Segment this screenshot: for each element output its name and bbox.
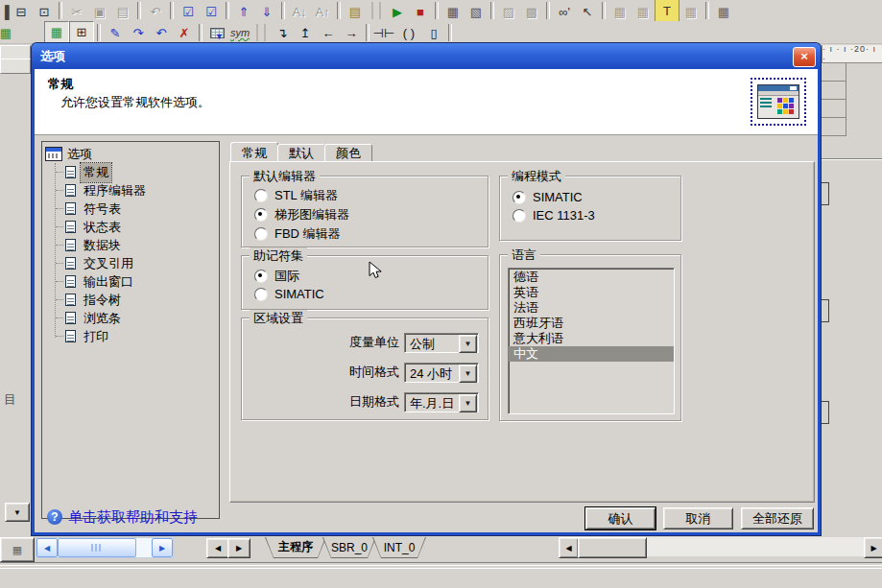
tree-item-6[interactable]: 输出窗口 — [42, 272, 219, 291]
radio-ladder-editor[interactable]: 梯形图编辑器 — [254, 206, 349, 223]
options-tree-items: 常规程序编辑器符号表状态表数据块交叉引用输出窗口指令树浏览条打印 — [42, 163, 219, 345]
close-button[interactable]: × — [793, 47, 816, 67]
upload-button[interactable]: ⇑ — [232, 0, 255, 21]
language-list[interactable]: 德语英语法语西班牙语意大利语中文 — [508, 268, 675, 414]
radio-stl-editor[interactable]: STL 编辑器 — [254, 187, 338, 204]
editor-ruler: · ı · ı ·20· ı · — [822, 45, 882, 63]
toolbar-separator — [170, 2, 174, 19]
tree-item-1[interactable]: 程序编辑器 — [42, 181, 219, 200]
group-mnemonic-set: 助记符集 国际 SIMATIC — [241, 255, 489, 310]
sort-ascending-button: A↓ — [288, 0, 311, 21]
editor-tab-int0[interactable]: INT_0 — [372, 537, 426, 558]
tab-color[interactable]: 颜色 — [324, 144, 372, 162]
print-button[interactable]: ⊟ — [10, 0, 33, 21]
contact-button[interactable]: ⊣⊢ — [372, 23, 395, 43]
cancel-button[interactable]: 取消 — [663, 507, 733, 529]
table-view-button[interactable]: ⊞ — [69, 21, 94, 43]
stop-button[interactable]: ■ — [409, 0, 432, 21]
symbolic-addressing-button[interactable]: sym — [228, 23, 251, 43]
language-option[interactable]: 德语 — [509, 270, 674, 285]
ladder-view-button[interactable]: ▦ — [44, 21, 69, 43]
coil-button[interactable]: ( ) — [395, 23, 422, 43]
tree-item-9[interactable]: 打印 — [42, 327, 219, 345]
compile-all-button[interactable]: ☑ — [200, 0, 223, 21]
tab-default[interactable]: 默认 — [277, 144, 325, 162]
help-link[interactable]: 单击获取帮助和支持 — [68, 508, 198, 527]
network-grid-button[interactable]: ▦ — [712, 0, 735, 21]
date-format-combobox[interactable]: 年.月.日 ▼ — [404, 392, 479, 412]
paste-button: ▤ — [111, 0, 134, 21]
tree-item-5[interactable]: 交叉引用 — [42, 254, 219, 272]
partial-toolbar-icon[interactable]: ▐ — [0, 0, 10, 21]
tree-item-8[interactable]: 浏览条 — [42, 309, 219, 327]
tab-scroll-left-button[interactable]: ◀ — [206, 538, 229, 558]
language-option[interactable]: 西班牙语 — [509, 316, 674, 331]
radio-fbd-editor[interactable]: FBD 编辑器 — [254, 225, 341, 243]
scroll-right-button[interactable]: ▶ — [152, 538, 173, 557]
time-format-combobox[interactable]: 24 小时 ▼ — [404, 363, 479, 383]
bookmark-t-button[interactable]: T — [655, 0, 679, 21]
radio-international[interactable]: 国际 — [254, 268, 299, 285]
confirm-button[interactable]: 确认 — [585, 507, 656, 529]
toolbar-grip — [371, 2, 381, 19]
compile-button[interactable]: ☑ — [177, 0, 200, 21]
options-page-icon — [751, 78, 806, 126]
insert-network-button[interactable]: ✎ — [104, 23, 127, 43]
editor-hscrollbar-thumb[interactable] — [578, 537, 647, 558]
line-right-button[interactable]: → — [340, 23, 363, 43]
tree-connector — [56, 281, 63, 282]
help-icon[interactable]: ? — [47, 509, 62, 525]
combo-dropdown-button[interactable]: ▼ — [459, 335, 477, 353]
tree-root[interactable]: 选项 — [42, 142, 219, 163]
tree-item-2[interactable]: 符号表 — [42, 200, 219, 218]
radio-iec-mode[interactable]: IEC 1131-3 — [513, 208, 595, 223]
language-option[interactable]: 法语 — [509, 300, 674, 316]
left-bar-scroll-down-button[interactable]: ▼ — [5, 503, 30, 522]
tab-general[interactable]: 常规 — [230, 142, 278, 162]
scroll-left-button[interactable]: ◀ — [36, 538, 58, 557]
radio-icon — [513, 191, 526, 204]
language-option[interactable]: 中文 — [509, 346, 674, 362]
glasses-monitor-button[interactable]: ∞' — [553, 0, 576, 21]
radio-simatic-mode[interactable]: SIMATIC — [513, 190, 583, 204]
combo-dropdown-button[interactable]: ▼ — [459, 365, 477, 383]
tree-item-label: 交叉引用 — [81, 254, 136, 273]
toolbar-separator — [546, 2, 550, 19]
tree-item-7[interactable]: 指令树 — [42, 291, 219, 309]
editor-tab-main[interactable]: 主程序 — [265, 537, 326, 558]
address-grid-button[interactable]: ▼ — [205, 23, 228, 43]
delete-row-button[interactable]: ↶ — [150, 23, 173, 43]
pointer-select-button[interactable]: ↖ — [576, 0, 599, 21]
line-up-button[interactable]: ↥ — [294, 23, 317, 43]
partial-green-grid-icon[interactable]: ▦ — [0, 23, 12, 43]
horizontal-scrollbar-thumb[interactable] — [58, 538, 136, 557]
editor-scroll-left-button[interactable]: ◀ — [559, 537, 579, 558]
combo-dropdown-button[interactable]: ▼ — [459, 394, 477, 412]
tree-item-label: 状态表 — [81, 218, 124, 237]
download-button[interactable]: ⇓ — [255, 0, 278, 21]
tree-item-3[interactable]: 状态表 — [42, 218, 219, 236]
radio-simatic-mnemonic[interactable]: SIMATIC — [254, 287, 324, 301]
dialog-titlebar[interactable]: 选项 × — [32, 43, 821, 69]
editor-scroll-right-button[interactable]: ▶ — [864, 537, 882, 558]
insert-row-button[interactable]: ↷ — [127, 23, 150, 43]
language-option[interactable]: 意大利语 — [509, 331, 674, 346]
program-status-button[interactable]: ▦ — [441, 0, 465, 21]
options-clipboard-button[interactable]: ▤ — [344, 0, 367, 21]
tab-scroll-right-button[interactable]: ▶ — [227, 538, 250, 558]
chart-status-button[interactable]: ▧ — [465, 0, 488, 21]
run-button[interactable]: ▶ — [386, 0, 409, 21]
units-combobox[interactable]: 公制 ▼ — [404, 333, 479, 353]
box-instruction-button[interactable]: ▯ — [422, 23, 445, 43]
tree-item-4[interactable]: 数据块 — [42, 236, 219, 254]
bottom-corner-button[interactable]: ▦ — [0, 537, 35, 562]
language-option[interactable]: 英语 — [509, 285, 674, 300]
editor-tab-sbr0[interactable]: SBR_0 — [322, 537, 376, 558]
delete-network-button[interactable]: ✗ — [173, 23, 196, 43]
line-left-button[interactable]: ← — [317, 23, 340, 43]
radio-icon — [254, 270, 268, 283]
tree-item-0[interactable]: 常规 — [42, 163, 219, 181]
line-down-button[interactable]: ↴ — [271, 23, 294, 43]
restore-all-button[interactable]: 全部还原 — [741, 507, 814, 529]
print-preview-button[interactable]: ⊡ — [33, 0, 56, 21]
